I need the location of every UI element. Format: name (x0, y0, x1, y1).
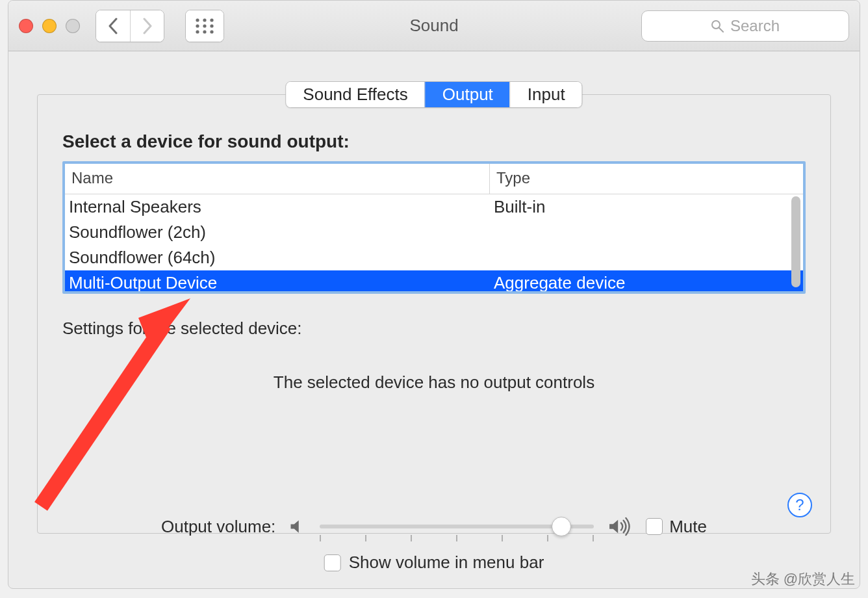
search-icon (711, 20, 724, 32)
show-in-menubar-toggle[interactable]: Show volume in menu bar (324, 552, 544, 573)
chevron-left-icon (107, 18, 119, 34)
svg-point-6 (196, 30, 199, 33)
table-row[interactable]: Soundflower (64ch) (65, 245, 803, 270)
device-type: Built-in (490, 194, 803, 220)
zoom-button[interactable] (66, 19, 80, 33)
svg-point-9 (712, 21, 720, 29)
search-field[interactable]: Search (641, 10, 849, 42)
table-body: Internal Speakers Built-in Soundflower (… (65, 194, 803, 294)
output-volume-label: Output volume: (161, 517, 275, 537)
titlebar: Sound Search (8, 1, 860, 51)
svg-point-8 (210, 30, 213, 33)
window-body: Sound Effects Output Input Select a devi… (8, 51, 860, 588)
output-panel: Select a device for sound output: Name T… (37, 94, 831, 534)
settings-label: Settings for the selected device: (62, 318, 806, 339)
device-type (490, 245, 803, 270)
back-button[interactable] (96, 10, 130, 42)
svg-point-2 (210, 18, 213, 21)
volume-low-icon (288, 517, 307, 536)
svg-point-3 (196, 24, 199, 27)
chevron-right-icon (142, 18, 153, 34)
close-button[interactable] (19, 19, 33, 33)
window-title: Sound (409, 16, 458, 36)
minimize-button[interactable] (42, 19, 57, 33)
question-icon: ? (795, 496, 804, 514)
traffic-lights (19, 19, 80, 33)
tab-input[interactable]: Input (510, 82, 582, 107)
mute-checkbox[interactable] (646, 518, 663, 535)
scrollbar[interactable] (791, 196, 800, 287)
svg-point-1 (203, 18, 206, 21)
slider-knob[interactable] (552, 517, 571, 536)
table-header: Name Type (65, 164, 803, 194)
search-placeholder: Search (730, 17, 780, 35)
nav-buttons (96, 10, 164, 42)
tab-sound-effects[interactable]: Sound Effects (286, 82, 424, 107)
tab-output[interactable]: Output (425, 82, 510, 107)
grid-icon (195, 18, 214, 34)
device-type: Aggregate device (490, 270, 803, 294)
device-name: Soundflower (2ch) (65, 220, 490, 245)
col-type[interactable]: Type (490, 164, 803, 194)
volume-high-icon (607, 517, 633, 536)
table-row[interactable]: Internal Speakers Built-in (65, 194, 803, 220)
volume-slider[interactable] (320, 515, 594, 538)
help-button[interactable]: ? (787, 493, 812, 517)
no-output-controls: The selected device has no output contro… (62, 372, 806, 393)
watermark: 头条 @欣赏人生 (751, 569, 855, 589)
menubar-checkbox[interactable] (324, 554, 341, 571)
svg-line-10 (719, 28, 723, 32)
device-name: Soundflower (64ch) (65, 245, 490, 270)
menubar-label: Show volume in menu bar (349, 552, 544, 573)
svg-point-5 (210, 24, 213, 27)
forward-button[interactable] (130, 10, 164, 42)
table-row[interactable]: Multi-Output Device Aggregate device (65, 270, 803, 294)
device-type (490, 220, 803, 245)
col-name[interactable]: Name (65, 164, 490, 194)
show-all-button[interactable] (186, 10, 223, 42)
preferences-window: Sound Search Sound Effects Output Input … (8, 0, 860, 589)
tabs: Sound Effects Output Input (285, 81, 582, 108)
svg-point-7 (203, 30, 206, 33)
output-volume-row: Output volume: (161, 515, 707, 538)
svg-point-0 (196, 18, 199, 21)
mute-label: Mute (669, 517, 707, 537)
device-table: Name Type Internal Speakers Built-in Sou… (62, 161, 806, 294)
mute-toggle[interactable]: Mute (646, 517, 707, 537)
device-name: Internal Speakers (65, 194, 490, 220)
table-row[interactable]: Soundflower (2ch) (65, 220, 803, 245)
device-name: Multi-Output Device (65, 270, 490, 294)
svg-point-4 (203, 24, 206, 27)
select-device-heading: Select a device for sound output: (62, 131, 806, 152)
